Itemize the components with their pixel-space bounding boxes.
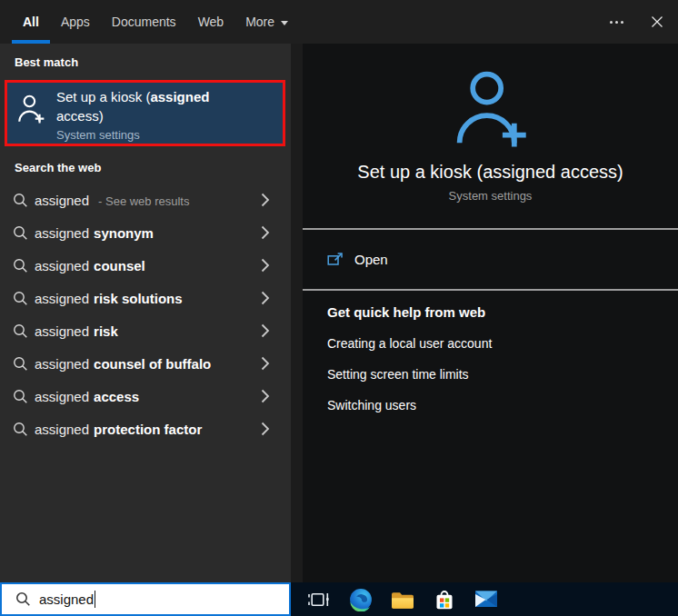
search-icon <box>13 291 28 306</box>
search-icon <box>13 258 28 273</box>
search-query-text: assigned <box>39 591 94 607</box>
topbar-actions <box>602 0 678 44</box>
help-header: Get quick help from web <box>327 304 678 320</box>
microsoft-store-button[interactable] <box>424 582 465 616</box>
web-suggestion[interactable]: assigned- See web results <box>0 184 291 216</box>
web-suggestion[interactable]: assignedprotection factor <box>0 412 291 445</box>
edge-browser-icon <box>349 588 373 611</box>
open-action[interactable]: Open <box>303 230 678 289</box>
search-web-header: Search the web <box>15 161 101 174</box>
search-icon <box>15 591 31 607</box>
mail-button[interactable] <box>465 582 507 616</box>
chevron-right-icon[interactable] <box>261 291 270 305</box>
results-panel: Best match Set up a kiosk (assigned acce… <box>0 44 291 582</box>
taskbar <box>291 582 678 616</box>
add-user-icon <box>16 94 45 124</box>
best-match-result[interactable]: Set up a kiosk (assigned access) System … <box>5 80 285 146</box>
preview-title: Set up a kiosk (assigned access) <box>303 162 678 183</box>
tab-more[interactable]: More <box>234 0 299 44</box>
text-cursor <box>95 591 95 608</box>
microsoft-store-icon <box>434 589 455 611</box>
more-options-button[interactable] <box>602 8 631 35</box>
web-suggestion[interactable]: assignedaccess <box>0 380 291 412</box>
chevron-right-icon[interactable] <box>261 225 270 240</box>
file-explorer-button[interactable] <box>382 582 424 616</box>
search-filter-tabs: All Apps Documents Web More <box>0 0 299 44</box>
close-button[interactable] <box>642 6 673 37</box>
task-view-icon <box>308 589 330 611</box>
open-external-icon <box>327 252 344 268</box>
best-match-header: Best match <box>15 55 78 69</box>
help-link[interactable]: Switching users <box>327 398 678 412</box>
search-icon <box>13 193 28 208</box>
task-view-button[interactable] <box>298 582 340 616</box>
help-section: Get quick help from web Creating a local… <box>303 291 678 412</box>
best-match-title: Set up a kiosk (assigned access) <box>56 87 234 125</box>
tab-documents[interactable]: Documents <box>101 0 187 44</box>
file-explorer-icon <box>391 590 414 610</box>
search-icon <box>13 225 28 241</box>
help-link[interactable]: Setting screen time limits <box>327 367 678 382</box>
tab-web[interactable]: Web <box>187 0 235 44</box>
search-icon <box>13 323 28 339</box>
best-match-text: Set up a kiosk (assigned access) System … <box>56 83 234 144</box>
add-user-icon <box>452 67 530 151</box>
chevron-right-icon[interactable] <box>261 356 270 371</box>
search-icon <box>13 422 28 437</box>
preview-subtitle: System settings <box>303 189 678 203</box>
help-link[interactable]: Creating a local user account <box>327 336 678 351</box>
tab-apps[interactable]: Apps <box>50 0 101 44</box>
tab-more-label: More <box>245 15 274 29</box>
search-icon <box>13 356 28 372</box>
web-suggestion[interactable]: assignedrisk solutions <box>0 282 291 314</box>
open-label: Open <box>354 252 388 267</box>
web-suggestion[interactable]: assignedcounsel of buffalo <box>0 347 291 380</box>
web-suggestion[interactable]: assignedrisk <box>0 314 291 347</box>
close-icon <box>651 15 663 28</box>
chevron-right-icon[interactable] <box>261 258 270 273</box>
chevron-down-icon <box>281 21 288 25</box>
chevron-right-icon[interactable] <box>261 193 270 207</box>
preview-panel: Set up a kiosk (assigned access) System … <box>291 44 678 582</box>
topbar: All Apps Documents Web More <box>0 0 678 44</box>
web-suggestion[interactable]: assignedcounsel <box>0 249 291 282</box>
best-match-subtitle: System settings <box>56 128 234 142</box>
mail-icon <box>474 590 498 609</box>
chevron-right-icon[interactable] <box>261 323 270 338</box>
chevron-right-icon[interactable] <box>261 389 270 403</box>
web-suggestion[interactable]: assignedsynonym <box>0 216 291 249</box>
search-input[interactable]: assigned <box>0 582 291 616</box>
chevron-right-icon[interactable] <box>261 422 270 436</box>
edge-button[interactable] <box>340 582 382 616</box>
search-icon <box>13 389 28 404</box>
tab-all[interactable]: All <box>12 0 50 44</box>
